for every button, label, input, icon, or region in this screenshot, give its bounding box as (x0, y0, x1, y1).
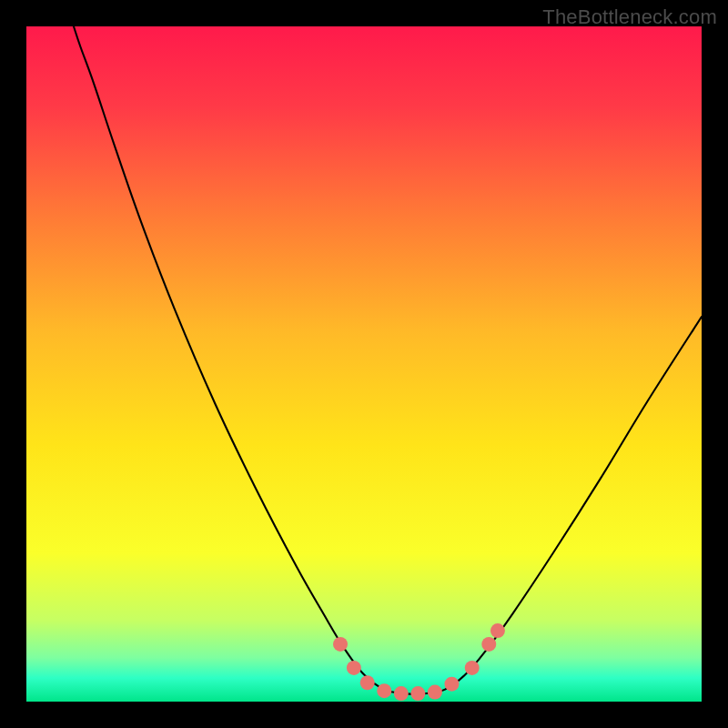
valley-marker (360, 675, 375, 690)
valley-marker (481, 637, 496, 652)
valley-marker (394, 686, 409, 701)
bottleneck-chart (26, 26, 702, 702)
valley-marker (347, 661, 361, 675)
valley-marker (490, 623, 505, 638)
valley-marker (377, 683, 391, 698)
outer-black-frame: TheBottleneck.com (0, 0, 728, 728)
valley-marker (428, 685, 442, 700)
valley-marker (410, 686, 425, 701)
valley-marker (465, 661, 480, 675)
chart-background (26, 26, 702, 702)
attribution-text: TheBottleneck.com (542, 5, 717, 29)
valley-marker (444, 677, 459, 692)
valley-marker (333, 637, 348, 652)
